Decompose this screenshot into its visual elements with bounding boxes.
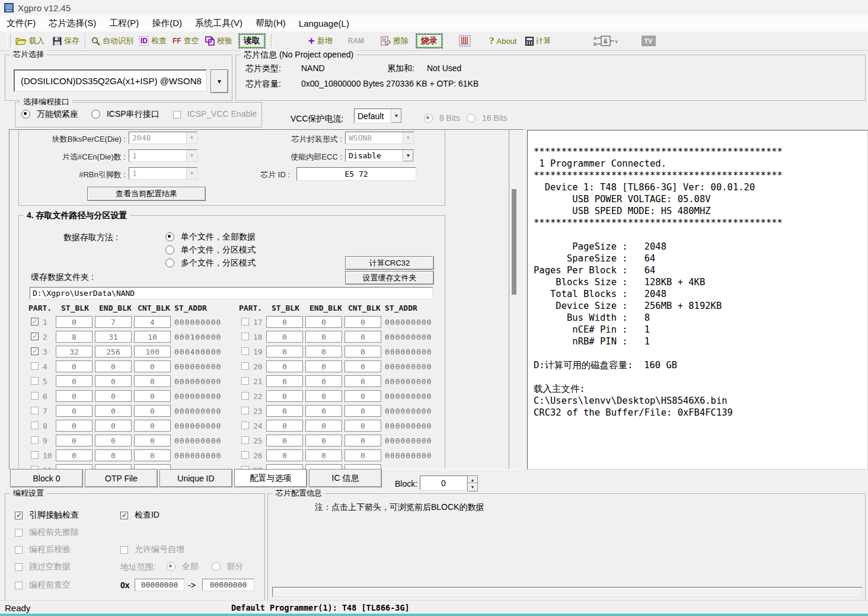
method-option-single-part[interactable]: 单个文件，分区模式 <box>165 245 256 256</box>
icsp-radio[interactable]: ICSP串行接口 <box>91 109 159 120</box>
partition-cnt-blk-input[interactable] <box>134 449 171 461</box>
partition-enable-checkbox[interactable] <box>31 451 39 459</box>
tab-ic-info[interactable]: IC 信息 <box>309 469 382 487</box>
check-id-box[interactable] <box>120 512 128 519</box>
load-button[interactable]: 载入 <box>15 36 44 46</box>
icsp-radio-circle[interactable] <box>91 110 100 119</box>
partition-st-blk-input[interactable] <box>56 420 92 432</box>
partition-cnt-blk-input[interactable] <box>344 405 381 417</box>
menu-item[interactable]: 工程(P) <box>103 18 145 29</box>
check-id-checkbox[interactable]: 检查ID <box>120 510 159 521</box>
method-radio-0[interactable] <box>165 232 174 241</box>
partition-enable-checkbox[interactable] <box>31 377 39 385</box>
scrollbar-thumb[interactable] <box>512 189 516 295</box>
partition-enable-checkbox[interactable] <box>241 436 249 444</box>
partition-end-blk-input[interactable] <box>95 405 132 417</box>
partition-end-blk-input[interactable] <box>95 420 132 432</box>
partition-enable-checkbox[interactable] <box>31 407 39 414</box>
partition-cnt-blk-input[interactable] <box>344 360 381 372</box>
partition-end-blk-input[interactable] <box>95 316 132 328</box>
partition-cnt-blk-input[interactable] <box>134 375 171 387</box>
partition-end-blk-input[interactable] <box>305 435 342 446</box>
partition-st-blk-input[interactable] <box>266 405 303 417</box>
method-option-multi-part[interactable]: 多个文件，分区模式 <box>165 258 256 269</box>
partition-enable-checkbox[interactable] <box>31 392 39 400</box>
partition-st-blk-input[interactable] <box>266 360 303 372</box>
erase-button[interactable]: 擦除 <box>381 36 409 46</box>
partition-end-blk-input[interactable] <box>95 360 132 372</box>
partition-enable-checkbox[interactable] <box>241 392 249 400</box>
chip-test-button[interactable] <box>457 34 473 48</box>
chip-id-field[interactable]: E5 72 <box>296 167 416 181</box>
tv-mode-button[interactable]: TV <box>642 36 656 46</box>
partition-end-blk-input[interactable] <box>95 346 132 358</box>
partition-cnt-blk-input[interactable] <box>344 375 381 387</box>
partition-st-blk-input[interactable] <box>266 420 303 432</box>
socket-radio[interactable]: 万能锁紧座 <box>21 109 78 120</box>
tab-config-options[interactable]: 配置与选项 <box>234 469 307 487</box>
vertical-scrollbar[interactable] <box>509 130 519 469</box>
partition-cnt-blk-input[interactable] <box>344 420 381 432</box>
partition-end-blk-input[interactable] <box>95 390 132 402</box>
set-cache-folder-button[interactable]: 设置缓存文件夹 <box>345 271 434 285</box>
chip-select-dropdown-button[interactable] <box>210 69 228 93</box>
partition-cnt-blk-input[interactable] <box>134 360 171 372</box>
partition-enable-checkbox[interactable] <box>241 377 249 385</box>
partition-end-blk-input[interactable] <box>305 390 342 402</box>
vcc-combobox[interactable]: Default <box>354 108 402 123</box>
partition-cnt-blk-input[interactable] <box>344 346 381 358</box>
cache-folder-input[interactable] <box>30 287 433 299</box>
partition-enable-checkbox[interactable] <box>31 362 39 370</box>
pin-check-checkbox[interactable]: 引脚接触检查 <box>15 510 79 521</box>
tab-block-0[interactable]: Block 0 <box>10 469 83 487</box>
partition-enable-checkbox[interactable] <box>241 451 249 459</box>
partition-cnt-blk-input[interactable] <box>344 435 381 446</box>
chip-select-combobox[interactable]: (DOSILICON)DS35Q2GA(x1+ISP) @WSON8 <box>14 69 207 92</box>
partition-enable-checkbox[interactable] <box>31 436 39 444</box>
partition-end-blk-input[interactable] <box>305 360 342 372</box>
block-number-field[interactable]: 0 <box>420 475 467 490</box>
partition-st-blk-input[interactable] <box>56 435 92 446</box>
add-button[interactable]: + 新增 <box>308 36 333 46</box>
partition-end-blk-input[interactable] <box>95 375 132 387</box>
verify-button[interactable]: 校验 <box>205 36 232 46</box>
method-radio-1[interactable] <box>165 245 174 254</box>
partition-enable-checkbox[interactable] <box>241 407 249 414</box>
ecc-combobox[interactable]: Disable <box>345 149 414 162</box>
menu-item[interactable]: 文件(F) <box>0 18 42 29</box>
socket-radio-circle[interactable] <box>21 110 30 119</box>
block-down-button[interactable] <box>467 483 478 491</box>
partition-end-blk-input[interactable] <box>305 449 342 461</box>
partition-cnt-blk-input[interactable] <box>134 420 171 432</box>
burn-button[interactable]: 烧录 <box>416 33 443 49</box>
partition-enable-checkbox[interactable] <box>241 362 249 370</box>
view-config-button[interactable]: 查看当前配置结果 <box>87 187 206 201</box>
auto-identify-button[interactable]: 自动识别 <box>91 36 133 46</box>
partition-enable-checkbox[interactable] <box>31 318 39 325</box>
partition-end-blk-input[interactable] <box>95 331 132 343</box>
partition-st-blk-input[interactable] <box>56 316 92 328</box>
partition-cnt-blk-input[interactable] <box>134 346 171 358</box>
partition-st-blk-input[interactable] <box>266 316 303 328</box>
menu-item[interactable]: Language(L) <box>292 18 356 28</box>
partition-cnt-blk-input[interactable] <box>344 316 381 328</box>
read-button[interactable]: 读取 <box>238 33 266 49</box>
partition-st-blk-input[interactable] <box>56 405 92 417</box>
partition-end-blk-input[interactable] <box>305 420 342 432</box>
about-button[interactable]: ? About <box>489 35 516 47</box>
menu-item[interactable]: 操作(D) <box>145 18 189 29</box>
partition-st-blk-input[interactable] <box>56 375 92 387</box>
blank-check-button[interactable]: FF 查空 <box>173 36 199 46</box>
partition-enable-checkbox[interactable] <box>241 318 249 325</box>
partition-cnt-blk-input[interactable] <box>344 331 381 343</box>
partition-st-blk-input[interactable] <box>266 449 303 461</box>
calculator-button[interactable]: 计算 <box>525 36 551 46</box>
method-radio-2[interactable] <box>165 258 174 267</box>
partition-cnt-blk-input[interactable] <box>344 390 381 402</box>
partition-st-blk-input[interactable] <box>56 390 92 402</box>
partition-cnt-blk-input[interactable] <box>134 390 171 402</box>
menu-item[interactable]: 系统工具(V) <box>189 18 249 29</box>
check-id-button[interactable]: ID 检查 <box>139 36 167 46</box>
partition-enable-checkbox[interactable] <box>31 422 39 429</box>
vcc-dropdown-arrow[interactable] <box>391 109 401 123</box>
